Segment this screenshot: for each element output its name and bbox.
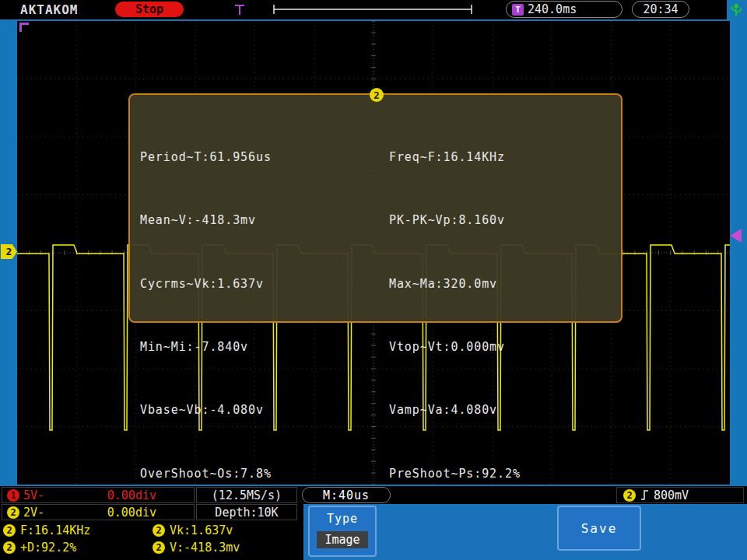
measurement-item: Cycrms~Vk:1.637v [140, 274, 295, 295]
measurement-item: OverShoot~Os:7.8% [140, 464, 295, 485]
oscilloscope-screen: { "top_bar": { "brand": "AKTAKOM", "run_… [0, 0, 747, 560]
trigger-time-value: 240.0ms [528, 2, 577, 16]
memory-depth: Depth:10K [196, 504, 297, 520]
measure-value: F:16.14KHz [20, 523, 90, 537]
channel2-scale: 2V- [23, 506, 44, 520]
measure-channel-badge-icon: 2 [153, 541, 165, 554]
measurement-item: Mean~V:-418.3mv [140, 210, 295, 231]
measurement-item: Vtop~Vt:0.000mv [389, 337, 552, 358]
usb-status-icon [728, 2, 744, 18]
trigger-level-marker[interactable] [730, 229, 742, 243]
trigger-level-value: 800mV [654, 488, 689, 502]
bottom-status-bar: 1 5V- 0.00div 2 2V- 0.00div (12.5MS/s) D… [0, 486, 747, 560]
channel2-badge-icon: 2 [7, 506, 19, 519]
timebase: M:40us [302, 487, 391, 503]
channel1-badge-icon: 1 [7, 489, 19, 502]
save-softkey-button[interactable]: Save [557, 506, 641, 551]
trigger-position-indicator [232, 2, 481, 17]
measurement-item: Vbase~Vb:-4.080v [140, 400, 295, 421]
channel2-position-marker[interactable]: 2 [1, 244, 17, 259]
channel2-info: 2 2V- 0.00div [2, 504, 195, 520]
run-state-badge: Stop [115, 2, 184, 17]
type-softkey-label: Type [310, 512, 375, 526]
measure-channel-badge-icon: 2 [3, 524, 16, 537]
rising-edge-icon [640, 489, 649, 501]
measurement-item: Period~T:61.956us [140, 147, 295, 168]
quick-measure: 2 F:16.14KHz [3, 523, 90, 538]
panel-channel-badge: 2 [370, 88, 384, 102]
clock: 20:34 [632, 1, 689, 18]
measurement-item: Freq~F:16.14KHz [389, 147, 552, 168]
top-status-bar: AKTAKOM Stop T 240.0ms 20:34 [0, 0, 727, 19]
measurement-item: Max~Ma:320.0mv [389, 274, 552, 295]
channel2-position: 0.00div [107, 506, 156, 520]
channel1-position: 0.00div [107, 488, 156, 502]
brand-logo: AKTAKOM [20, 2, 78, 17]
type-softkey-button[interactable]: Type Image [308, 506, 377, 557]
measurement-item: Vamp~Va:4.080v [389, 400, 552, 421]
quick-measure: 2 +D:92.2% [3, 540, 76, 555]
measurement-item: PK-PK~Vp:8.160v [389, 210, 552, 231]
measure-value: +D:92.2% [20, 541, 76, 555]
measurement-panel: 2 Period~T:61.956us Mean~V:-418.3mv Cycr… [128, 93, 622, 323]
type-softkey-value[interactable]: Image [317, 531, 368, 548]
trigger-info: 2 800mV [616, 487, 744, 503]
trigger-t-icon: T [512, 4, 524, 16]
measure-channel-badge-icon: 2 [153, 524, 165, 537]
channel1-info: 1 5V- 0.00div [2, 487, 195, 503]
measure-value: V:-418.3mv [170, 541, 240, 555]
trigger-source-badge-icon: 2 [623, 489, 636, 502]
waveform-display-area: 2 Period~T:61.956us Mean~V:-418.3mv Cycr… [17, 21, 730, 485]
measurement-item: Min~Mi:-7.840v [140, 337, 295, 358]
measure-channel-badge-icon: 2 [3, 541, 16, 554]
quick-measure: 2 Vk:1.637v [153, 523, 233, 538]
quick-measure: 2 V:-418.3mv [153, 540, 240, 555]
trigger-time-badge: T 240.0ms [506, 1, 622, 18]
channel1-scale: 5V- [23, 488, 44, 502]
measurement-item: PreShoot~Ps:92.2% [389, 464, 552, 485]
trigger-position-flag [19, 23, 30, 33]
sample-rate: (12.5MS/s) [196, 487, 297, 503]
measure-value: Vk:1.637v [170, 523, 233, 537]
